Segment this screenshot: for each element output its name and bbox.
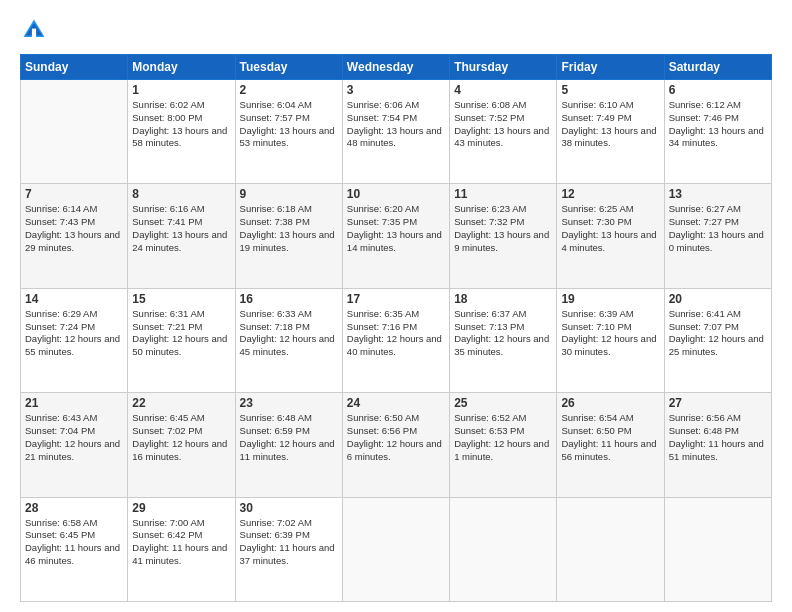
calendar-cell: 5Sunrise: 6:10 AMSunset: 7:49 PMDaylight…	[557, 80, 664, 184]
day-info: Sunrise: 6:14 AMSunset: 7:43 PMDaylight:…	[25, 203, 123, 254]
calendar-cell: 4Sunrise: 6:08 AMSunset: 7:52 PMDaylight…	[450, 80, 557, 184]
day-info: Sunrise: 6:29 AMSunset: 7:24 PMDaylight:…	[25, 308, 123, 359]
day-info: Sunrise: 6:31 AMSunset: 7:21 PMDaylight:…	[132, 308, 230, 359]
day-info: Sunrise: 6:04 AMSunset: 7:57 PMDaylight:…	[240, 99, 338, 150]
day-info: Sunrise: 6:54 AMSunset: 6:50 PMDaylight:…	[561, 412, 659, 463]
calendar-header-wednesday: Wednesday	[342, 55, 449, 80]
day-info: Sunrise: 6:16 AMSunset: 7:41 PMDaylight:…	[132, 203, 230, 254]
day-info: Sunrise: 6:02 AMSunset: 8:00 PMDaylight:…	[132, 99, 230, 150]
day-info: Sunrise: 6:08 AMSunset: 7:52 PMDaylight:…	[454, 99, 552, 150]
calendar-week-row: 28Sunrise: 6:58 AMSunset: 6:45 PMDayligh…	[21, 497, 772, 601]
day-info: Sunrise: 6:27 AMSunset: 7:27 PMDaylight:…	[669, 203, 767, 254]
day-number: 29	[132, 501, 230, 515]
day-number: 11	[454, 187, 552, 201]
day-info: Sunrise: 6:25 AMSunset: 7:30 PMDaylight:…	[561, 203, 659, 254]
day-info: Sunrise: 6:12 AMSunset: 7:46 PMDaylight:…	[669, 99, 767, 150]
day-number: 12	[561, 187, 659, 201]
day-info: Sunrise: 6:20 AMSunset: 7:35 PMDaylight:…	[347, 203, 445, 254]
day-info: Sunrise: 7:00 AMSunset: 6:42 PMDaylight:…	[132, 517, 230, 568]
calendar-cell: 11Sunrise: 6:23 AMSunset: 7:32 PMDayligh…	[450, 184, 557, 288]
day-number: 26	[561, 396, 659, 410]
logo-icon	[20, 16, 48, 44]
calendar-cell: 7Sunrise: 6:14 AMSunset: 7:43 PMDaylight…	[21, 184, 128, 288]
calendar-header-row: SundayMondayTuesdayWednesdayThursdayFrid…	[21, 55, 772, 80]
day-info: Sunrise: 6:48 AMSunset: 6:59 PMDaylight:…	[240, 412, 338, 463]
calendar-cell: 23Sunrise: 6:48 AMSunset: 6:59 PMDayligh…	[235, 393, 342, 497]
page: SundayMondayTuesdayWednesdayThursdayFrid…	[0, 0, 792, 612]
calendar-cell: 17Sunrise: 6:35 AMSunset: 7:16 PMDayligh…	[342, 288, 449, 392]
day-info: Sunrise: 6:06 AMSunset: 7:54 PMDaylight:…	[347, 99, 445, 150]
day-info: Sunrise: 6:33 AMSunset: 7:18 PMDaylight:…	[240, 308, 338, 359]
calendar-cell: 29Sunrise: 7:00 AMSunset: 6:42 PMDayligh…	[128, 497, 235, 601]
day-number: 25	[454, 396, 552, 410]
day-number: 14	[25, 292, 123, 306]
day-info: Sunrise: 6:10 AMSunset: 7:49 PMDaylight:…	[561, 99, 659, 150]
calendar-cell: 14Sunrise: 6:29 AMSunset: 7:24 PMDayligh…	[21, 288, 128, 392]
calendar-cell	[342, 497, 449, 601]
svg-rect-2	[32, 29, 36, 37]
day-number: 18	[454, 292, 552, 306]
calendar-cell: 13Sunrise: 6:27 AMSunset: 7:27 PMDayligh…	[664, 184, 771, 288]
day-number: 21	[25, 396, 123, 410]
calendar-cell: 24Sunrise: 6:50 AMSunset: 6:56 PMDayligh…	[342, 393, 449, 497]
day-number: 27	[669, 396, 767, 410]
calendar-cell	[21, 80, 128, 184]
day-number: 17	[347, 292, 445, 306]
calendar-week-row: 1Sunrise: 6:02 AMSunset: 8:00 PMDaylight…	[21, 80, 772, 184]
calendar-cell: 27Sunrise: 6:56 AMSunset: 6:48 PMDayligh…	[664, 393, 771, 497]
calendar-week-row: 7Sunrise: 6:14 AMSunset: 7:43 PMDaylight…	[21, 184, 772, 288]
day-info: Sunrise: 6:41 AMSunset: 7:07 PMDaylight:…	[669, 308, 767, 359]
day-number: 4	[454, 83, 552, 97]
day-number: 8	[132, 187, 230, 201]
calendar-header-friday: Friday	[557, 55, 664, 80]
day-number: 20	[669, 292, 767, 306]
calendar-cell: 8Sunrise: 6:16 AMSunset: 7:41 PMDaylight…	[128, 184, 235, 288]
day-info: Sunrise: 6:35 AMSunset: 7:16 PMDaylight:…	[347, 308, 445, 359]
calendar-week-row: 21Sunrise: 6:43 AMSunset: 7:04 PMDayligh…	[21, 393, 772, 497]
calendar-cell: 26Sunrise: 6:54 AMSunset: 6:50 PMDayligh…	[557, 393, 664, 497]
day-number: 15	[132, 292, 230, 306]
calendar-cell: 15Sunrise: 6:31 AMSunset: 7:21 PMDayligh…	[128, 288, 235, 392]
calendar-cell: 9Sunrise: 6:18 AMSunset: 7:38 PMDaylight…	[235, 184, 342, 288]
day-number: 24	[347, 396, 445, 410]
day-info: Sunrise: 6:50 AMSunset: 6:56 PMDaylight:…	[347, 412, 445, 463]
calendar-cell: 30Sunrise: 7:02 AMSunset: 6:39 PMDayligh…	[235, 497, 342, 601]
calendar-cell: 19Sunrise: 6:39 AMSunset: 7:10 PMDayligh…	[557, 288, 664, 392]
day-info: Sunrise: 6:39 AMSunset: 7:10 PMDaylight:…	[561, 308, 659, 359]
calendar-cell: 20Sunrise: 6:41 AMSunset: 7:07 PMDayligh…	[664, 288, 771, 392]
day-number: 1	[132, 83, 230, 97]
day-number: 2	[240, 83, 338, 97]
day-info: Sunrise: 6:58 AMSunset: 6:45 PMDaylight:…	[25, 517, 123, 568]
calendar-cell: 6Sunrise: 6:12 AMSunset: 7:46 PMDaylight…	[664, 80, 771, 184]
calendar-cell: 1Sunrise: 6:02 AMSunset: 8:00 PMDaylight…	[128, 80, 235, 184]
calendar-header-monday: Monday	[128, 55, 235, 80]
day-info: Sunrise: 6:43 AMSunset: 7:04 PMDaylight:…	[25, 412, 123, 463]
day-number: 3	[347, 83, 445, 97]
logo	[20, 16, 52, 44]
calendar-cell: 28Sunrise: 6:58 AMSunset: 6:45 PMDayligh…	[21, 497, 128, 601]
calendar-cell	[557, 497, 664, 601]
day-number: 6	[669, 83, 767, 97]
calendar-cell: 10Sunrise: 6:20 AMSunset: 7:35 PMDayligh…	[342, 184, 449, 288]
day-number: 23	[240, 396, 338, 410]
day-info: Sunrise: 6:23 AMSunset: 7:32 PMDaylight:…	[454, 203, 552, 254]
calendar-cell	[450, 497, 557, 601]
day-info: Sunrise: 6:56 AMSunset: 6:48 PMDaylight:…	[669, 412, 767, 463]
calendar-header-sunday: Sunday	[21, 55, 128, 80]
header	[20, 16, 772, 44]
day-number: 5	[561, 83, 659, 97]
calendar-cell	[664, 497, 771, 601]
calendar-cell: 18Sunrise: 6:37 AMSunset: 7:13 PMDayligh…	[450, 288, 557, 392]
day-info: Sunrise: 7:02 AMSunset: 6:39 PMDaylight:…	[240, 517, 338, 568]
calendar-header-saturday: Saturday	[664, 55, 771, 80]
day-number: 28	[25, 501, 123, 515]
calendar-week-row: 14Sunrise: 6:29 AMSunset: 7:24 PMDayligh…	[21, 288, 772, 392]
calendar-cell: 25Sunrise: 6:52 AMSunset: 6:53 PMDayligh…	[450, 393, 557, 497]
day-number: 9	[240, 187, 338, 201]
day-number: 10	[347, 187, 445, 201]
calendar-cell: 12Sunrise: 6:25 AMSunset: 7:30 PMDayligh…	[557, 184, 664, 288]
day-number: 16	[240, 292, 338, 306]
day-number: 22	[132, 396, 230, 410]
day-info: Sunrise: 6:45 AMSunset: 7:02 PMDaylight:…	[132, 412, 230, 463]
calendar-header-tuesday: Tuesday	[235, 55, 342, 80]
